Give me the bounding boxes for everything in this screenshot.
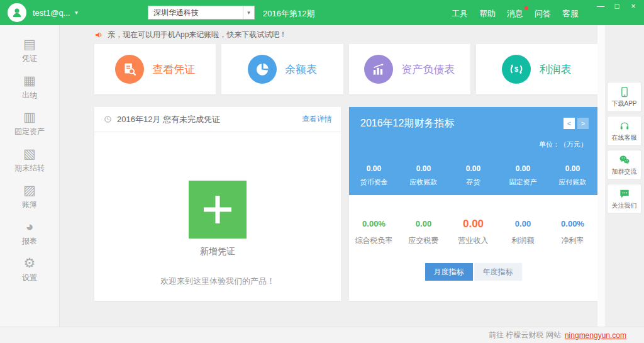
- card-view-voucher[interactable]: 查看凭证: [94, 44, 216, 94]
- indicator-title: 2016年12期财务指标: [360, 117, 454, 130]
- sidebar: ▤ 凭证 ▦ 出纳 ▥ 固定资产 ▧ 期末结转 ▨ 账簿 ◕ 报表 ⚙ 设置: [0, 25, 60, 327]
- sidebar-item-ledger[interactable]: ▨ 账簿: [0, 183, 59, 210]
- next-period-button[interactable]: >: [577, 118, 589, 129]
- financial-indicator-panel: 2016年12期财务指标 < > 单位：（万元） 0.00 货币资金 0.00 …: [349, 107, 597, 301]
- asset-bars-icon: [364, 55, 393, 84]
- metric-label: 净利率: [548, 235, 597, 246]
- company-select-value: 深圳华通科技: [148, 6, 243, 19]
- metric-value: 0.00: [349, 164, 399, 173]
- new-voucher-button[interactable]: [189, 181, 247, 239]
- sidebar-item-settings[interactable]: ⚙ 设置: [0, 256, 59, 283]
- minimize-button[interactable]: —: [596, 2, 605, 11]
- menu-messages-label: 消息: [507, 9, 523, 18]
- sidebar-item-voucher[interactable]: ▤ 凭证: [0, 37, 59, 64]
- metric-value: 0.00: [448, 218, 498, 230]
- ledger-icon: ▨: [0, 183, 59, 198]
- period-nav: < >: [564, 118, 589, 129]
- voucher-panel-header: 2016年12月 您有未完成凭证 查看详情: [94, 107, 341, 132]
- new-voucher-label: 新增凭证: [94, 246, 341, 257]
- follow-us-button[interactable]: 关注我们: [607, 184, 641, 214]
- close-button[interactable]: ×: [629, 2, 638, 11]
- metric-label: 应收账款: [399, 177, 448, 187]
- sidebar-item-fixed-assets[interactable]: ▥ 固定资产: [0, 110, 59, 137]
- menu-tools[interactable]: 工具: [452, 8, 468, 20]
- side-button-label: 在线客服: [612, 133, 637, 142]
- metric-label: 货币资金: [349, 177, 399, 187]
- metric-profit: 0.00 利润额: [498, 218, 548, 246]
- prev-period-button[interactable]: <: [564, 118, 575, 129]
- card-label: 利润表: [539, 62, 571, 77]
- maximize-button[interactable]: □: [613, 2, 621, 11]
- metric-label: 应交税费: [399, 235, 448, 246]
- select-arrow-icon[interactable]: ▾: [243, 6, 254, 19]
- metric-payables: 0.00 应付账款: [548, 164, 597, 187]
- card-profit-table[interactable]: $ 利润表: [476, 44, 597, 94]
- clock-icon: [103, 115, 113, 124]
- floating-side-buttons: 下载APP 在线客服 加群交流 关注我们: [607, 82, 641, 214]
- card-label: 资产负债表: [401, 62, 455, 77]
- sidebar-item-label: 固定资产: [0, 127, 59, 137]
- sidebar-item-label: 设置: [0, 273, 59, 283]
- voucher-panel: 2016年12月 您有未完成凭证 查看详情 新增凭证 欢迎来到这里体验我们的产品…: [94, 107, 341, 301]
- sidebar-item-reports[interactable]: ◕ 报表: [0, 219, 59, 247]
- sidebar-item-cashier[interactable]: ▦ 出纳: [0, 73, 59, 101]
- download-app-button[interactable]: 下载APP: [607, 82, 641, 112]
- indicator-tabs: 月度指标 年度指标: [349, 263, 597, 281]
- indicator-blue-header: 2016年12期财务指标 < > 单位：（万元） 0.00 货币资金 0.00 …: [349, 107, 597, 195]
- scrollbar-track[interactable]: [597, 25, 605, 327]
- join-group-button[interactable]: 加群交流: [607, 150, 641, 180]
- tab-monthly-indicators[interactable]: 月度指标: [425, 263, 473, 281]
- metric-tax-payable: 0.00 应交税费: [399, 218, 448, 246]
- closing-icon: ▧: [0, 146, 59, 161]
- tab-yearly-indicators[interactable]: 年度指标: [474, 263, 522, 281]
- ratio-metrics-row: 0.00% 综合税负率 0.00 应交税费 0.00 营业收入 0.00 利润额…: [349, 218, 597, 246]
- user-avatar[interactable]: [8, 3, 26, 22]
- menu-help[interactable]: 帮助: [479, 8, 496, 20]
- topbar: test1@q...▼ 深圳华通科技 ▾ 2016年第12期 工具 帮助 消息 …: [0, 0, 644, 25]
- metric-operating-income: 0.00 营业收入: [448, 218, 498, 246]
- footer: 前往 柠檬云财税 网站 ningmengyun.com: [0, 327, 644, 343]
- online-service-button[interactable]: 在线客服: [607, 116, 641, 146]
- sidebar-item-label: 期末结转: [0, 163, 59, 174]
- metric-net-margin: 0.00% 净利率: [548, 218, 597, 246]
- settings-icon: ⚙: [0, 256, 59, 271]
- view-details-link[interactable]: 查看详情: [302, 114, 332, 125]
- unit-label: 单位：（万元）: [539, 140, 587, 149]
- card-balance-table[interactable]: 余额表: [221, 44, 343, 94]
- metric-receivables: 0.00 应收账款: [399, 164, 448, 187]
- reports-icon: ◕: [0, 219, 59, 234]
- app-window: test1@q...▼ 深圳华通科技 ▾ 2016年第12期 工具 帮助 消息 …: [0, 0, 644, 343]
- card-balance-sheet[interactable]: 资产负债表: [349, 44, 470, 94]
- metric-inventory: 0.00 存货: [448, 164, 498, 187]
- metric-label: 综合税负率: [349, 235, 399, 246]
- welcome-text: 欢迎来到这里体验我们的产品！: [94, 276, 341, 287]
- metric-label: 固定资产: [498, 177, 548, 187]
- dropdown-caret-icon: ▼: [74, 10, 79, 16]
- metric-value: 0.00: [498, 218, 548, 230]
- metric-value: 0.00: [399, 164, 448, 173]
- speaker-icon: [94, 30, 104, 40]
- menu-support[interactable]: 客服: [562, 8, 579, 20]
- company-select[interactable]: 深圳华通科技 ▾: [148, 6, 255, 20]
- metric-value: 0.00: [448, 164, 498, 173]
- menu-qa[interactable]: 问答: [535, 8, 551, 20]
- unfinished-voucher-note: 2016年12月 您有未完成凭证: [117, 114, 297, 125]
- metric-monetary-funds: 0.00 货币资金: [349, 164, 399, 187]
- user-icon: [11, 6, 23, 19]
- sidebar-item-closing[interactable]: ▧ 期末结转: [0, 146, 59, 174]
- side-button-label: 加群交流: [612, 167, 637, 176]
- notification-dot: [525, 6, 528, 10]
- balance-pie-icon: [248, 55, 277, 84]
- metric-value: 0.00: [548, 164, 597, 173]
- account-menu[interactable]: test1@q...▼: [33, 8, 79, 18]
- footer-site-link[interactable]: ningmengyun.com: [565, 331, 626, 340]
- svg-text:$: $: [514, 65, 518, 73]
- metric-label: 营业收入: [448, 235, 498, 246]
- fixed-assets-icon: ▥: [0, 110, 59, 125]
- metric-value: 0.00: [498, 164, 548, 173]
- username-text: test1@q...: [33, 8, 70, 18]
- sidebar-item-label: 报表: [0, 236, 59, 247]
- card-label: 余额表: [285, 62, 317, 77]
- top-menu: 工具 帮助 消息 问答 客服: [452, 8, 579, 20]
- menu-messages[interactable]: 消息: [507, 8, 523, 20]
